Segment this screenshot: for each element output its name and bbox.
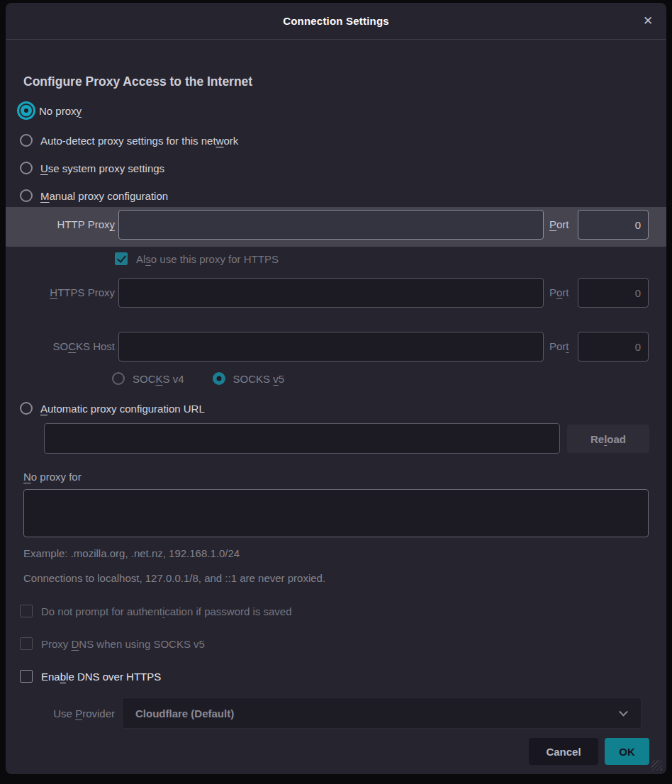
close-icon: ✕ — [643, 13, 653, 28]
reload-button[interactable]: Reload — [567, 425, 649, 453]
https-port-input[interactable] — [578, 278, 649, 308]
provider-select[interactable]: Cloudflare (Default) — [122, 698, 642, 729]
connection-settings-dialog: Connection Settings ✕ Configure Proxy Ac… — [6, 3, 666, 774]
localhost-note-text: Connections to localhost, 127.0.0.1/8, a… — [23, 572, 325, 584]
no-proxy-for-textarea[interactable] — [23, 489, 649, 537]
radio-selected-icon — [17, 101, 35, 120]
socks-version-group: SOCKS v4 SOCKS v5 — [112, 369, 284, 388]
radio-no-proxy-label: No proxy — [39, 105, 82, 117]
resize-grip[interactable] — [651, 760, 662, 771]
radio-auto-detect-label: Auto-detect proxy settings for this netw… — [40, 135, 238, 147]
radio-unselected-icon — [20, 189, 33, 202]
checkbox-unchecked-icon — [20, 637, 33, 650]
radio-manual[interactable]: Manual proxy configuration — [20, 186, 168, 205]
http-port-input[interactable] — [578, 210, 649, 240]
cancel-button[interactable]: Cancel — [529, 738, 598, 765]
radio-auto-detect[interactable]: Auto-detect proxy settings for this netw… — [20, 131, 238, 150]
https-port-label: Port — [549, 286, 569, 298]
checkbox-unchecked-icon — [20, 605, 33, 617]
radio-selected-icon — [213, 372, 225, 385]
socks-port-label: Port — [549, 340, 569, 352]
radio-socks-v5-label: SOCKS v5 — [233, 373, 285, 385]
use-provider-label: Use Provider — [6, 707, 115, 719]
radio-socks-v4[interactable]: SOCKS v4 — [112, 372, 184, 385]
radio-unselected-icon — [20, 134, 33, 147]
checkbox-also-https-label: Also use this proxy for HTTPS — [136, 253, 279, 265]
page-title: Configure Proxy Access to the Internet — [23, 74, 252, 89]
checkbox-checked-icon — [115, 252, 128, 265]
radio-unselected-icon — [20, 162, 33, 174]
close-button[interactable]: ✕ — [638, 11, 658, 31]
chevron-down-icon — [619, 707, 628, 717]
dialog-title: Connection Settings — [283, 15, 389, 27]
radio-unselected-icon — [112, 372, 125, 385]
checkbox-no-prompt-auth-label: Do not prompt for authentication if pass… — [41, 605, 292, 617]
checkbox-proxy-dns[interactable]: Proxy DNS when using SOCKS v5 — [20, 637, 205, 650]
checkbox-also-https[interactable]: Also use this proxy for HTTPS — [115, 252, 279, 265]
socks-host-input[interactable] — [118, 332, 544, 362]
radio-auto-url[interactable]: Automatic proxy configuration URL — [20, 399, 205, 418]
ok-button[interactable]: OK — [605, 738, 649, 765]
checkbox-enable-doh[interactable]: Enable DNS over HTTPS — [20, 670, 161, 683]
radio-manual-label: Manual proxy configuration — [40, 190, 168, 202]
radio-unselected-icon — [20, 402, 33, 415]
checkbox-unchecked-icon — [20, 670, 33, 683]
https-proxy-input[interactable] — [118, 278, 544, 308]
radio-use-system-label: Use system proxy settings — [40, 162, 164, 174]
radio-no-proxy[interactable]: No proxy — [17, 101, 82, 120]
https-proxy-label: HTTPS Proxy — [6, 286, 115, 298]
socks-host-label: SOCKS Host — [6, 340, 115, 352]
provider-selected-value: Cloudflare (Default) — [135, 707, 234, 719]
checkbox-proxy-dns-label: Proxy DNS when using SOCKS v5 — [41, 638, 205, 650]
checkbox-no-prompt-auth[interactable]: Do not prompt for authentication if pass… — [20, 605, 292, 617]
radio-use-system[interactable]: Use system proxy settings — [20, 159, 164, 177]
radio-auto-url-label: Automatic proxy configuration URL — [40, 403, 205, 415]
http-port-label: Port — [549, 218, 569, 230]
socks-port-input[interactable] — [578, 332, 649, 362]
checkbox-enable-doh-label: Enable DNS over HTTPS — [41, 671, 161, 683]
no-proxy-for-label: No proxy for — [23, 471, 82, 483]
auto-url-input[interactable] — [44, 423, 560, 454]
http-proxy-label: HTTP Proxy — [6, 218, 115, 230]
radio-socks-v5[interactable]: SOCKS v5 — [213, 372, 285, 385]
dialog-titlebar: Connection Settings ✕ — [6, 3, 666, 40]
no-proxy-example-text: Example: .mozilla.org, .net.nz, 192.168.… — [23, 547, 240, 559]
radio-socks-v4-label: SOCKS v4 — [133, 373, 184, 385]
http-proxy-input[interactable] — [118, 210, 544, 240]
